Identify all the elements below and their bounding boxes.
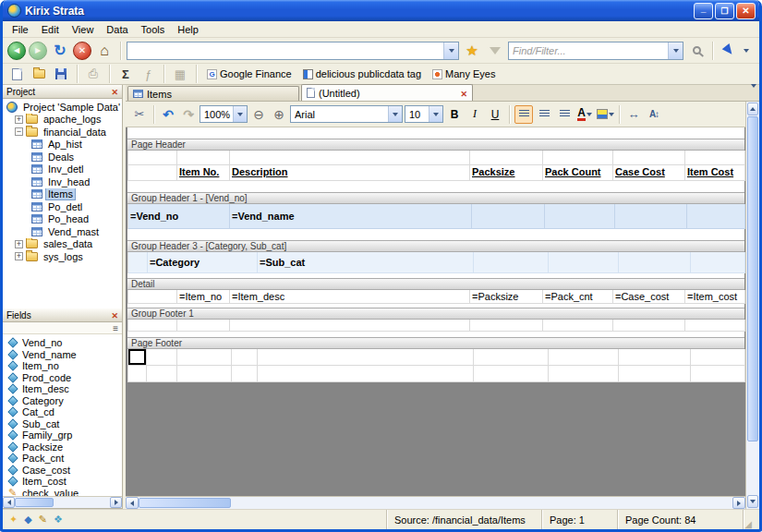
zoom-select[interactable]: 100% [200,105,248,123]
cut-button[interactable] [130,105,149,124]
report-cell[interactable] [691,366,745,382]
refresh-button[interactable] [50,41,70,61]
report-cell[interactable] [613,151,685,165]
field-item[interactable]: Prod_code [3,372,122,384]
report-cell[interactable] [549,349,619,366]
band-label-group-footer-1[interactable]: Group Footer 1 [127,308,744,320]
address-input[interactable] [127,45,443,56]
report-cell[interactable] [615,204,687,229]
menu-data[interactable]: Data [100,22,134,37]
report-cell[interactable] [147,366,177,382]
tab-untitled[interactable]: (Untitled) [301,84,473,101]
fill-color-button[interactable] [596,105,614,124]
report-cell[interactable]: =Pack_cnt [543,290,613,304]
home-button[interactable] [94,41,115,61]
forward-button[interactable] [29,42,47,60]
report-cell[interactable] [619,349,691,366]
report-cell[interactable]: =Vend_name [230,204,472,229]
report-cell[interactable] [619,252,691,273]
font-color-button[interactable]: A [575,105,594,124]
close-button[interactable] [736,3,756,19]
address-bar[interactable] [127,42,459,60]
menu-help[interactable]: Help [171,22,205,37]
tree-item-project-root[interactable]: Project 'Sample Data' [3,101,122,114]
bookmark-icon[interactable] [24,514,31,526]
report-cell[interactable]: Item Cost [685,165,745,181]
scrollbar-thumb[interactable] [747,116,758,441]
tree-item-deals[interactable]: Deals [3,151,122,163]
report-cell[interactable] [177,366,232,382]
report-cell[interactable]: Item No. [177,165,230,181]
tree-item-financial-data[interactable]: financial_data [3,126,122,139]
report-cell[interactable] [470,320,543,332]
new-item-icon[interactable] [9,514,18,526]
report-cell[interactable] [613,320,685,332]
scrollbar-thumb[interactable] [139,498,231,508]
report-cell[interactable] [549,252,619,273]
report-cell[interactable]: =Item_cost [685,290,745,304]
search-button[interactable] [686,41,707,61]
tree-item-vend-mast[interactable]: Vend_mast [3,225,122,238]
report-cell[interactable] [230,320,470,332]
vertical-scrollbar[interactable] [745,102,759,509]
band-label-page-header[interactable]: Page Header [127,139,744,151]
horizontal-scrollbar[interactable] [126,496,745,509]
scrollbar-thumb[interactable] [15,498,54,507]
report-cell[interactable]: Case Cost [613,165,685,181]
field-item[interactable]: Category [3,395,122,407]
report-cell[interactable]: =Item_desc [230,290,470,304]
report-cell[interactable] [549,366,619,382]
project-panel-close-icon[interactable] [111,87,118,97]
italic-button[interactable]: I [466,105,484,124]
stop-button[interactable] [73,42,91,60]
fields-horizontal-scrollbar[interactable] [3,496,122,508]
scroll-left-button[interactable] [126,497,139,509]
pointer-tool-button[interactable] [719,41,739,61]
menu-view[interactable]: View [66,22,101,37]
font-size-select[interactable]: 10 [405,105,443,123]
font-select[interactable]: Arial [290,105,403,123]
fields-panel-close-icon[interactable] [111,310,118,320]
field-item[interactable]: Item_cost [3,476,122,488]
field-item[interactable]: Family_grp [3,429,122,441]
zoom-out-button[interactable] [249,105,268,124]
report-cell[interactable] [177,151,230,165]
report-cell[interactable] [619,366,691,382]
report-cell[interactable] [258,366,474,382]
tree-item-po-detl[interactable]: Po_detl [3,200,122,213]
report-cell[interactable] [474,366,549,382]
menu-file[interactable]: File [6,22,35,37]
maximize-button[interactable] [715,3,734,19]
find-filter-box[interactable] [508,42,683,60]
tree-item-ap-hist[interactable]: Ap_hist [3,139,122,151]
tree-item-inv-detl[interactable]: Inv_detl [3,163,122,176]
new-document-button[interactable] [7,66,26,83]
report-cell[interactable] [543,320,613,332]
tree-item-items[interactable]: Items [3,188,122,201]
expand-icon[interactable] [15,252,23,260]
field-item[interactable]: Item_desc [3,383,122,395]
find-filter-input[interactable] [509,45,668,56]
report-cell[interactable] [691,349,745,366]
report-cell[interactable]: =Item_no [177,290,230,304]
sort-button[interactable] [645,105,663,124]
report-cell[interactable] [230,151,470,165]
bookmark-star-button[interactable] [462,41,482,61]
tab-close-icon[interactable] [460,88,467,99]
report-cell[interactable] [232,366,258,382]
filter-button[interactable] [485,41,505,61]
formula-button[interactable] [139,66,157,83]
report-cell[interactable]: =Sub_cat [258,252,474,273]
report-cell[interactable] [128,252,148,273]
font-dropdown-button[interactable] [388,106,402,122]
report-cell[interactable]: Packsize [470,165,543,181]
field-item[interactable]: Vend_no [3,337,122,349]
font-size-dropdown-button[interactable] [429,106,442,122]
menu-edit[interactable]: Edit [35,22,66,37]
report-cell[interactable]: =Category [148,252,258,273]
align-right-button[interactable] [555,105,574,124]
report-cell[interactable] [232,349,258,366]
report-cell[interactable] [128,366,147,382]
tree-item-sys-logs[interactable]: sys_logs [3,250,122,263]
report-cell[interactable] [474,349,549,366]
